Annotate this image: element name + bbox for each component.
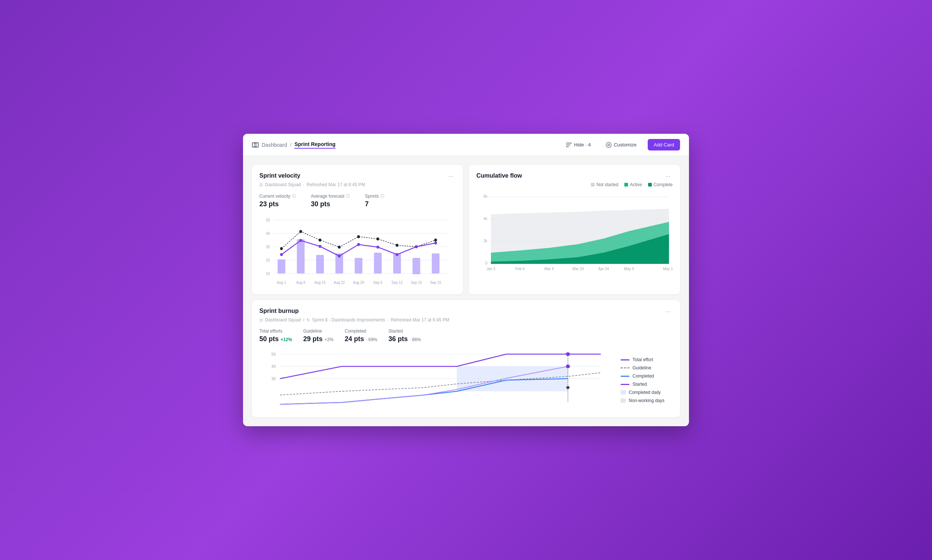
svg-rect-19 (355, 258, 362, 274)
non-working-box (621, 398, 626, 403)
subtitle-icon: ⊡ (259, 183, 263, 187)
svg-text:20: 20 (266, 258, 270, 262)
svg-text:Feb 4: Feb 4 (515, 267, 525, 271)
sprint-velocity-chart: 50 40 30 20 10 (259, 212, 455, 287)
add-card-button[interactable]: Add Card (648, 139, 680, 151)
svg-point-41 (434, 242, 437, 245)
burnup-subtitle: ⊡ Dashboard Squad / ↻ Sprint 8 - Dashboa… (259, 317, 673, 323)
svg-point-37 (357, 243, 360, 246)
top-bar: Dashboard / Sprint Reporting Hide · 4 Cu… (243, 134, 689, 156)
svg-rect-0 (566, 143, 572, 143)
svg-rect-23 (432, 254, 440, 274)
svg-text:Sep 12: Sep 12 (392, 280, 403, 285)
started-stat: Started 36 pts · 86% (388, 329, 421, 343)
dashboard-icon (252, 142, 258, 148)
legend-non-working: Non-working days (621, 398, 673, 403)
burnup-more-button[interactable]: ··· (663, 308, 673, 316)
cumulative-flow-more-button[interactable]: ··· (663, 172, 673, 181)
svg-text:10: 10 (266, 272, 270, 276)
svg-point-33 (280, 253, 283, 256)
svg-point-28 (357, 235, 360, 238)
svg-text:Aug 29: Aug 29 (353, 280, 364, 285)
legend-completed: Completed (621, 374, 673, 378)
svg-text:Jan 3: Jan 3 (486, 267, 495, 271)
svg-text:Aug 22: Aug 22 (334, 280, 345, 285)
svg-rect-1 (566, 145, 571, 145)
svg-rect-16 (297, 239, 305, 274)
svg-text:40: 40 (266, 231, 270, 235)
legend-completed-daily: Completed daily (621, 390, 673, 395)
legend-started: Started (621, 382, 673, 387)
completed-line (621, 376, 629, 377)
sprint-velocity-more-button[interactable]: ··· (446, 172, 455, 181)
svg-point-25 (299, 230, 302, 233)
svg-point-32 (434, 238, 437, 242)
svg-text:6k: 6k (483, 194, 487, 198)
legend-total-effort: Total effort (621, 357, 673, 362)
svg-text:Aug 15: Aug 15 (314, 280, 326, 285)
current-velocity-stat: Current velocity ⓘ 23 pts (259, 193, 296, 208)
svg-text:0: 0 (485, 261, 488, 265)
svg-text:40: 40 (271, 365, 276, 369)
cumulative-flow-header: Cumulative flow ··· (477, 172, 673, 181)
hide-button[interactable]: Hide · 4 (562, 140, 595, 150)
started-line (621, 384, 629, 385)
svg-rect-22 (412, 258, 420, 274)
svg-text:Aug 1: Aug 1 (277, 280, 286, 285)
svg-point-30 (396, 244, 399, 247)
svg-point-40 (415, 245, 418, 248)
svg-text:50: 50 (271, 352, 276, 356)
main-content: Sprint velocity ··· ⊡ Dashboard Squad · … (243, 156, 689, 426)
sprint-velocity-stats: Current velocity ⓘ 23 pts Average foreca… (259, 193, 455, 208)
svg-point-26 (318, 238, 321, 242)
complete-dot (648, 183, 652, 186)
svg-point-34 (299, 239, 302, 242)
legend-active: Active (624, 182, 642, 187)
svg-text:30: 30 (271, 377, 276, 381)
hide-icon (566, 142, 572, 148)
active-dot (624, 183, 628, 186)
burnup-legend: Total effort Guideline Completed Started (621, 351, 673, 410)
burnup-header: Sprint burnup ··· (259, 308, 673, 316)
dashboard-link[interactable]: Dashboard (261, 142, 287, 148)
svg-text:Aug 8: Aug 8 (296, 280, 306, 285)
sprint-velocity-title: Sprint velocity (259, 172, 300, 179)
customize-button[interactable]: Customize (602, 140, 640, 150)
breadcrumb-separator: / (290, 142, 292, 148)
svg-point-3 (606, 142, 611, 148)
svg-text:Apr 24: Apr 24 (598, 267, 609, 271)
svg-point-27 (338, 246, 341, 249)
svg-point-24 (280, 247, 283, 250)
top-cards-row: Sprint velocity ··· ⊡ Dashboard Squad · … (252, 165, 680, 294)
svg-rect-15 (278, 259, 285, 274)
burnup-svg: 50 40 30 (259, 351, 613, 410)
cumulative-flow-title: Cumulative flow (477, 172, 522, 179)
svg-text:Sep 15: Sep 15 (430, 280, 441, 285)
completed-daily-box (621, 390, 626, 395)
avg-forecast-stat: Average forecast ⓘ 30 pts (311, 193, 350, 208)
svg-point-35 (318, 245, 321, 248)
svg-text:Sep 15: Sep 15 (411, 280, 422, 285)
svg-point-36 (338, 255, 341, 257)
guideline-line (621, 368, 629, 368)
svg-text:Mar 4: Mar 4 (544, 267, 554, 271)
page-title: Sprint Reporting (294, 141, 335, 149)
app-window: Dashboard / Sprint Reporting Hide · 4 Cu… (243, 134, 689, 426)
svg-text:May 4: May 4 (624, 267, 634, 271)
not-started-dot (591, 183, 595, 186)
svg-text:2k: 2k (483, 239, 487, 243)
cumulative-flow-chart: 6k 4k 2k 0 (477, 190, 673, 280)
svg-point-78 (566, 386, 570, 389)
guideline-stat: Guideline 29 pts +2% (303, 329, 333, 343)
svg-text:4k: 4k (483, 217, 487, 221)
svg-rect-2 (566, 146, 569, 147)
svg-point-29 (377, 237, 380, 240)
svg-rect-21 (393, 254, 401, 274)
burnup-stats: Total efforts 50 pts +12% Guideline (259, 329, 421, 348)
svg-point-4 (607, 144, 609, 146)
svg-point-38 (377, 246, 380, 249)
burnup-bottom-row: 50 40 30 (259, 351, 673, 410)
sprints-stat: Sprints ⓘ 7 (365, 193, 384, 208)
svg-rect-20 (374, 253, 381, 274)
sprint-velocity-header: Sprint velocity ··· (259, 172, 455, 181)
